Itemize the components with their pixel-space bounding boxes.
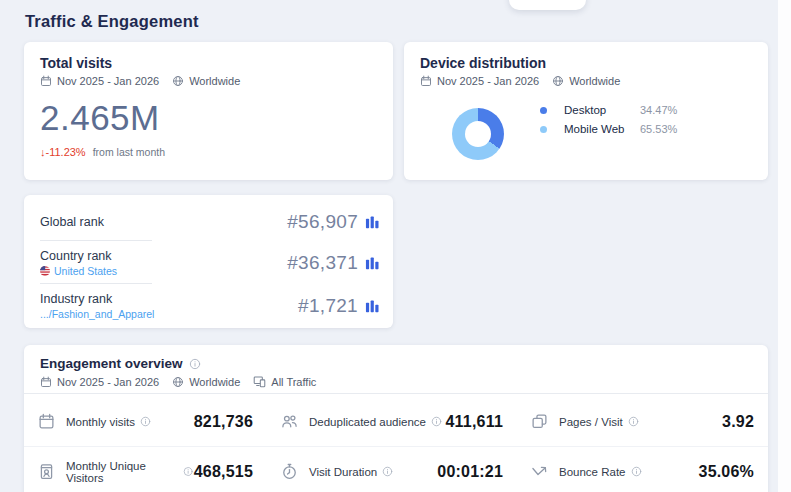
info-icon[interactable] [382,466,393,477]
divider [40,283,152,284]
total-visits-change: ↓-11.23% from last month [40,146,377,158]
info-icon[interactable] [183,466,193,477]
metric-value: 411,611 [446,413,503,431]
change-note: from last month [93,146,165,158]
legend-item-desktop: Desktop 34.47% [540,104,677,116]
info-icon[interactable] [189,358,201,370]
country-rank-value: #36,371 [287,252,358,274]
rank-bars-icon[interactable] [365,256,380,271]
country-name: United States [54,265,117,277]
metric-value: 35.06% [699,463,754,481]
industry-rank-value: #1,721 [298,295,358,317]
industry-rank-row: Industry rank .../Fashion_and_Apparel #1… [40,288,380,324]
page-title: Traffic & Engagement [25,12,199,31]
divider [40,240,152,241]
divider [24,393,768,394]
calendar-icon [420,75,432,87]
pages-icon [531,413,548,430]
total-visits-value: 2.465M [40,100,377,135]
rank-bars-icon[interactable] [365,299,380,314]
country-rank-row: Country rank United States #36,371 [40,245,380,281]
info-icon[interactable] [631,466,642,477]
device-distribution-card: Device distribution Nov 2025 - Jan 2026 … [404,42,768,180]
metric-label: Monthly Unique Visitors [66,460,178,484]
metric-label: Bounce Rate [559,466,626,478]
metric-label: Monthly visits [66,416,135,428]
traffic-filter-label: All Traffic [271,376,316,388]
metric-pages-per-visit: Pages / Visit 3.92 [517,413,768,431]
rank-bars-icon[interactable] [365,215,380,230]
ranks-card: Global rank #56,907 Country rank United … [24,195,393,328]
metric-monthly-visits: Monthly visits 821,736 [24,413,267,431]
calendar-icon [40,376,52,388]
legend-label: Desktop [564,104,634,116]
date-range-label: Nov 2025 - Jan 2026 [437,75,539,87]
mobile-dot-icon [540,126,547,133]
people-icon [281,413,298,430]
right-edge-strip [778,0,791,492]
info-icon[interactable] [431,416,442,427]
desktop-dot-icon [540,107,547,114]
metric-label: Deduplicated audience [309,416,426,428]
legend-value: 65.53% [640,123,677,135]
globe-icon [552,75,564,87]
metrics-row-1: Monthly visits 821,736 Deduplicated audi… [24,397,768,446]
calendar-icon [40,75,52,87]
cutoff-card-edge [509,0,586,10]
info-icon[interactable] [140,416,151,427]
metric-value: 821,736 [194,413,253,431]
date-range-label: Nov 2025 - Jan 2026 [57,75,159,87]
metric-value: 00:01:21 [437,463,503,481]
metric-value: 3.92 [722,413,754,431]
region-label: Worldwide [189,75,240,87]
device-legend: Desktop 34.47% Mobile Web 65.53% [540,104,677,142]
device-donut-chart [452,108,504,160]
metric-label: Pages / Visit [559,416,623,428]
globe-icon [172,376,184,388]
engagement-overview-card: Engagement overview Nov 2025 - Jan 2026 … [24,345,768,492]
metric-monthly-unique-visitors: Monthly Unique Visitors 468,515 [24,460,267,484]
traffic-engagement-dashboard: Traffic & Engagement Total visits Nov 20… [0,0,791,492]
legend-item-mobile: Mobile Web 65.53% [540,123,677,135]
total-visits-title: Total visits [40,55,377,71]
total-visits-filters: Nov 2025 - Jan 2026 Worldwide [40,75,377,87]
engagement-header: Engagement overview Nov 2025 - Jan 2026 … [24,345,768,388]
info-icon[interactable] [628,416,639,427]
global-rank-row: Global rank #56,907 [40,207,380,237]
globe-icon [172,75,184,87]
date-range-label: Nov 2025 - Jan 2026 [57,376,159,388]
global-rank-value: #56,907 [287,211,358,233]
calendar-icon [38,413,55,430]
device-distribution-title: Device distribution [420,55,752,71]
donut-hole [465,121,491,147]
rank-label: Global rank [40,215,104,229]
total-visits-card: Total visits Nov 2025 - Jan 2026 Worldwi… [24,42,393,180]
industry-link[interactable]: .../Fashion_and_Apparel [40,308,154,320]
change-percent: ↓-11.23% [40,146,86,158]
metrics-row-2: Monthly Unique Visitors 468,515 Visit Du… [24,447,768,492]
engagement-title: Engagement overview [40,356,183,371]
metric-value: 468,515 [194,463,253,481]
legend-label: Mobile Web [564,123,634,135]
stopwatch-icon [281,463,298,480]
country-link[interactable]: United States [40,265,117,277]
metric-bounce-rate: Bounce Rate 35.06% [517,463,768,481]
bounce-arrow-icon [531,463,548,480]
region-label: Worldwide [189,376,240,388]
industry-name: .../Fashion_and_Apparel [40,308,154,320]
id-badge-icon [38,463,55,480]
us-flag-icon [40,266,50,276]
metric-visit-duration: Visit Duration 00:01:21 [267,463,517,481]
device-distribution-filters: Nov 2025 - Jan 2026 Worldwide [420,75,752,87]
region-label: Worldwide [569,75,620,87]
legend-value: 34.47% [640,104,677,116]
rank-label: Country rank [40,249,117,263]
traffic-filter-icon [253,375,266,388]
metric-deduplicated-audience: Deduplicated audience 411,611 [267,413,517,431]
rank-label: Industry rank [40,292,154,306]
metric-label: Visit Duration [309,466,377,478]
engagement-filters: Nov 2025 - Jan 2026 Worldwide All Traffi… [40,375,752,388]
